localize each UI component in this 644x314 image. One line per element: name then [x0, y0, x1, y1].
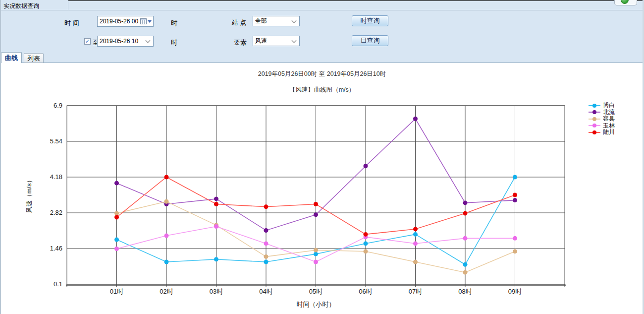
time-end-value: 2019-05-26 10	[100, 38, 146, 45]
data-point	[164, 260, 169, 264]
legend-item: 博白	[589, 102, 615, 109]
legend-dot-icon	[592, 110, 596, 114]
legend-label: 陆川	[603, 129, 615, 135]
legend-marker-icon	[589, 132, 600, 133]
legend-dot-icon	[592, 130, 596, 134]
window-left-border	[0, 0, 1, 314]
data-point	[463, 270, 468, 275]
chevron-down-icon	[146, 38, 151, 43]
data-point	[314, 212, 318, 217]
legend-item: 玉林	[589, 123, 615, 129]
tab-curve[interactable]: 曲线	[1, 52, 22, 63]
data-point	[314, 202, 318, 206]
axis-tick-label: 2.82	[50, 209, 62, 216]
tab-list[interactable]: 列表	[24, 53, 44, 63]
hour-suffix-1: 时	[171, 19, 177, 28]
legend-label: 北流	[603, 109, 615, 116]
chevron-down-icon	[292, 38, 297, 43]
legend-item: 陆川	[589, 129, 615, 136]
axis-tick-label: 09时	[508, 288, 522, 295]
time-start-value: 2019-05-26 00	[100, 18, 140, 25]
data-point	[364, 232, 368, 237]
axis-tick-label: 01时	[110, 288, 123, 295]
legend-dot-icon	[592, 124, 596, 127]
time-label: 时 间	[64, 19, 79, 28]
data-point	[364, 241, 368, 246]
chart-subtitle: 【风速】曲线图（m/s）	[0, 86, 644, 94]
element-select[interactable]: 风速	[253, 36, 300, 46]
chart-area: 0.11.462.824.185.546.901时02时03时04时05时06时…	[0, 97, 644, 314]
data-point	[463, 200, 468, 205]
station-label: 站 点	[232, 18, 247, 27]
legend-label: 容县	[603, 116, 615, 122]
data-point	[364, 249, 368, 253]
data-point	[513, 198, 517, 202]
axis-tick-label: 08时	[458, 288, 472, 295]
legend-dot-icon	[592, 104, 596, 108]
legend-marker-icon	[589, 119, 600, 120]
axis-tick-label: 1.46	[50, 245, 62, 252]
query-panel: 时 间 2019-05-26 00 时 站 点 全部 时查询 ✓ 至 2019-…	[0, 10, 644, 52]
header-band	[0, 0, 644, 10]
app-window: 实况数据查询 时 间 2019-05-26 00 时 站 点 全部 时查询 ✓ …	[0, 0, 644, 314]
chart-title: 2019年05月26日00时 至 2019年05月26日10时	[0, 70, 644, 78]
chevron-down-icon	[292, 18, 297, 23]
data-point	[413, 241, 418, 246]
element-select-value: 风速	[255, 37, 292, 45]
data-point	[364, 164, 368, 168]
data-point	[513, 249, 517, 253]
data-point	[114, 211, 119, 216]
x-axis-title: 时间（小时）	[297, 301, 335, 308]
legend-marker-icon	[589, 112, 600, 113]
data-point	[264, 228, 268, 233]
axis-tick-label: 04时	[259, 288, 272, 295]
to-checkbox[interactable]: ✓	[84, 38, 91, 45]
data-point	[264, 260, 268, 264]
time-end-input[interactable]: 2019-05-26 10	[97, 36, 154, 47]
data-point	[164, 234, 169, 238]
legend-item: 北流	[589, 109, 615, 116]
data-point	[164, 175, 169, 180]
data-point	[314, 252, 318, 256]
data-point	[114, 247, 119, 251]
data-point	[214, 257, 218, 261]
axis-tick-label: 05时	[309, 288, 322, 295]
legend-label: 玉林	[603, 123, 615, 129]
legend-marker-icon	[589, 125, 600, 126]
legend-label: 博白	[603, 102, 615, 109]
panel-title: 实况数据查询	[3, 2, 39, 10]
gridlines	[67, 106, 565, 284]
data-point	[513, 193, 517, 197]
legend-marker-icon	[589, 105, 600, 106]
hour-suffix-2: 时	[171, 38, 177, 47]
data-point	[164, 199, 169, 204]
data-point	[463, 262, 468, 267]
time-start-input[interactable]: 2019-05-26 00	[97, 16, 154, 27]
data-point	[463, 211, 468, 216]
panel-header-tab: 实况数据查询	[0, 0, 68, 10]
data-point	[114, 181, 119, 186]
data-point	[214, 196, 218, 201]
data-point	[214, 202, 218, 206]
data-point	[264, 241, 268, 246]
window-top-border	[68, 0, 644, 1]
station-select[interactable]: 全部	[253, 16, 300, 26]
data-point	[314, 248, 318, 252]
data-point	[513, 236, 517, 241]
axis-tick-label: 02时	[160, 288, 173, 295]
dropdown-arrow-icon[interactable]	[148, 20, 152, 23]
data-point	[463, 236, 468, 241]
axis-tick-label: 4.18	[50, 173, 62, 181]
tab-strip: 曲线 列表	[0, 52, 644, 63]
legend-item: 容县	[589, 116, 615, 123]
data-point	[114, 215, 119, 220]
day-query-button[interactable]: 日查询	[352, 35, 388, 46]
data-point	[413, 232, 418, 237]
axis-tick-label: 03时	[210, 288, 223, 295]
hour-query-button[interactable]: 时查询	[352, 15, 388, 26]
axis-tick-label: 0.1	[54, 280, 62, 288]
axis-tick-label: 07时	[409, 288, 422, 295]
data-point	[413, 227, 418, 231]
chart-legend: 博白北流容县玉林陆川	[589, 102, 615, 136]
data-point	[314, 260, 318, 264]
